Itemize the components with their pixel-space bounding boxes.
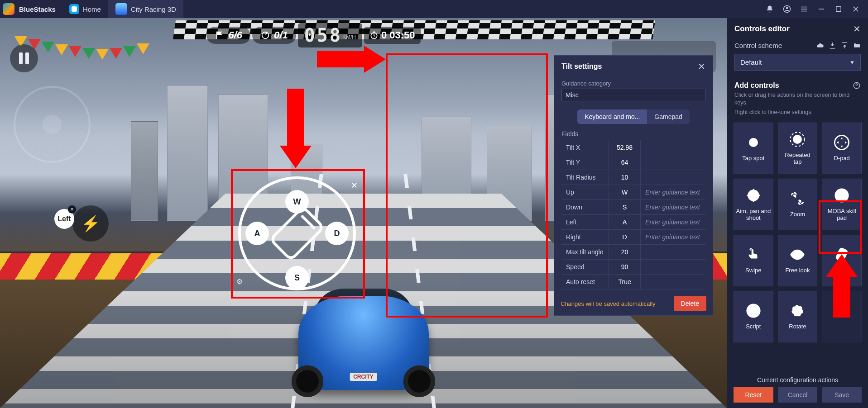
gear-icon[interactable]: ⚙ bbox=[236, 277, 243, 286]
row-speed[interactable]: Speed90 bbox=[561, 260, 705, 275]
svg-rect-3 bbox=[801, 9, 807, 9]
minimize-icon[interactable] bbox=[817, 5, 825, 13]
maximize-icon[interactable] bbox=[834, 5, 843, 13]
folder-icon[interactable] bbox=[853, 42, 861, 49]
tab-game-label: City Racing 3D bbox=[131, 5, 176, 13]
save-button[interactable]: Save bbox=[822, 387, 862, 403]
zoom-icon bbox=[790, 191, 805, 206]
export-icon[interactable] bbox=[841, 42, 849, 49]
card-free-look[interactable]: Free look bbox=[778, 235, 818, 286]
tilt-key-down[interactable]: S bbox=[285, 266, 309, 289]
autosave-note: Changes will be saved automatically bbox=[561, 300, 656, 307]
tilt-key-up[interactable]: W bbox=[285, 190, 309, 213]
bolt-icon bbox=[72, 205, 109, 242]
license-plate: CRCITY bbox=[350, 373, 377, 381]
card-zoom[interactable]: Zoom bbox=[778, 179, 818, 230]
card-script[interactable]: Script bbox=[734, 291, 773, 342]
panel-title: Tilt settings bbox=[561, 62, 602, 71]
cloud-sync-icon[interactable] bbox=[816, 42, 824, 49]
title-bar: BlueStacks Home City Racing 3D bbox=[0, 0, 868, 18]
moba-icon bbox=[834, 188, 849, 203]
tab-home-label: Home bbox=[83, 5, 101, 13]
row-auto-reset[interactable]: Auto resetTrue bbox=[561, 275, 705, 289]
row-tilt-x[interactable]: Tilt X52.98 bbox=[561, 140, 705, 155]
close-icon[interactable]: ✕ bbox=[698, 61, 705, 72]
reset-button[interactable]: Reset bbox=[734, 387, 773, 403]
pause-button[interactable] bbox=[10, 44, 38, 72]
card-rotate[interactable]: Rotate bbox=[778, 291, 818, 342]
delete-button[interactable]: Delete bbox=[674, 296, 706, 311]
bunting-flags bbox=[14, 34, 218, 62]
svg-rect-6 bbox=[836, 7, 841, 12]
bell-icon[interactable] bbox=[766, 5, 774, 13]
card-tap-spot[interactable]: Tap spot bbox=[734, 123, 773, 174]
card-aim-pan-shoot[interactable]: Aim, pan and shoot bbox=[734, 179, 773, 230]
rotate-icon bbox=[790, 303, 805, 318]
seg-keyboard[interactable]: Keyboard and mo... bbox=[577, 109, 647, 124]
window-controls bbox=[766, 5, 865, 13]
tilt-key-left[interactable]: A bbox=[245, 222, 269, 245]
svg-point-20 bbox=[839, 193, 844, 198]
import-icon[interactable] bbox=[829, 42, 836, 49]
svg-point-16 bbox=[748, 190, 758, 200]
tilt-control-overlay[interactable]: W A S D ✕ ⚙ bbox=[232, 170, 362, 297]
svg-point-25 bbox=[796, 309, 799, 312]
annotation-arrow-down bbox=[280, 89, 312, 170]
virtual-joystick[interactable] bbox=[14, 86, 91, 163]
row-up[interactable]: UpWEnter guidance text bbox=[561, 185, 705, 200]
game-viewport[interactable]: CRCITY 6/6 0/1 058KM/H 0 03:50 Lef bbox=[0, 18, 727, 408]
crosshair-icon bbox=[746, 188, 761, 203]
svg-point-17 bbox=[794, 195, 796, 198]
svg-rect-2 bbox=[801, 7, 807, 8]
row-right[interactable]: RightDEnter guidance text bbox=[561, 230, 705, 245]
svg-point-13 bbox=[793, 135, 802, 144]
help-text-1: Click or drag the actions on the screen … bbox=[734, 91, 861, 107]
tilt-key-right[interactable]: D bbox=[325, 222, 349, 245]
remove-key-icon[interactable]: × bbox=[68, 205, 76, 213]
close-window-icon[interactable] bbox=[852, 5, 860, 13]
card-swipe[interactable]: Swipe bbox=[734, 235, 773, 286]
game-icon bbox=[115, 3, 127, 15]
scheme-select[interactable]: Default ▼ bbox=[734, 54, 861, 71]
annotation-arrow-up bbox=[826, 254, 858, 318]
annotation-arrow-right bbox=[317, 46, 389, 72]
card-repeated-tap[interactable]: Repeated tap bbox=[778, 123, 818, 174]
help-text-2: Right click to fine-tune settings. bbox=[734, 109, 861, 116]
svg-point-12 bbox=[749, 138, 758, 147]
row-tilt-radius[interactable]: Tilt Radius10 bbox=[561, 170, 705, 185]
close-icon[interactable]: ✕ bbox=[349, 180, 360, 191]
svg-point-21 bbox=[796, 253, 800, 257]
account-icon[interactable] bbox=[783, 5, 791, 13]
menu-icon[interactable] bbox=[800, 5, 808, 13]
script-icon bbox=[746, 303, 761, 318]
fields-table: Tilt X52.98 Tilt Y64 Tilt Radius10 UpWEn… bbox=[561, 140, 705, 289]
fields-heading: Fields bbox=[561, 130, 705, 138]
swipe-icon bbox=[746, 247, 761, 262]
card-dpad[interactable]: D-pad bbox=[822, 123, 862, 174]
help-icon[interactable] bbox=[853, 81, 861, 90]
dpad-icon bbox=[834, 135, 849, 150]
row-down[interactable]: DownSEnter guidance text bbox=[561, 200, 705, 215]
card-moba-skill[interactable]: MOBA skill pad bbox=[822, 179, 862, 230]
brand-name: BlueStacks bbox=[19, 5, 56, 13]
chevron-down-icon: ▼ bbox=[849, 59, 855, 66]
seg-gamepad[interactable]: Gamepad bbox=[647, 109, 689, 124]
bluestacks-logo-icon bbox=[3, 3, 14, 15]
close-icon[interactable]: ✕ bbox=[853, 24, 861, 34]
nitro-control[interactable]: Left × bbox=[54, 206, 104, 241]
sidebar-title: Controls editor bbox=[734, 24, 790, 33]
tab-game[interactable]: City Racing 3D bbox=[108, 0, 183, 18]
svg-rect-5 bbox=[819, 9, 824, 9]
cancel-button[interactable]: Cancel bbox=[778, 387, 818, 403]
row-max-angle[interactable]: Max tilt angle20 bbox=[561, 245, 705, 260]
add-controls-heading: Add controls bbox=[734, 81, 779, 90]
checkered-banner bbox=[173, 20, 655, 39]
tilt-settings-panel: Tilt settings ✕ Guidance category Keyboa… bbox=[554, 55, 713, 316]
row-tilt-y[interactable]: Tilt Y64 bbox=[561, 155, 705, 170]
row-left[interactable]: LeftAEnter guidance text bbox=[561, 215, 705, 230]
tab-home[interactable]: Home bbox=[62, 0, 108, 18]
guidance-category-input[interactable] bbox=[561, 89, 705, 101]
svg-point-1 bbox=[786, 7, 788, 9]
svg-rect-4 bbox=[801, 11, 807, 12]
input-mode-segmented: Keyboard and mo... Gamepad bbox=[577, 109, 690, 124]
